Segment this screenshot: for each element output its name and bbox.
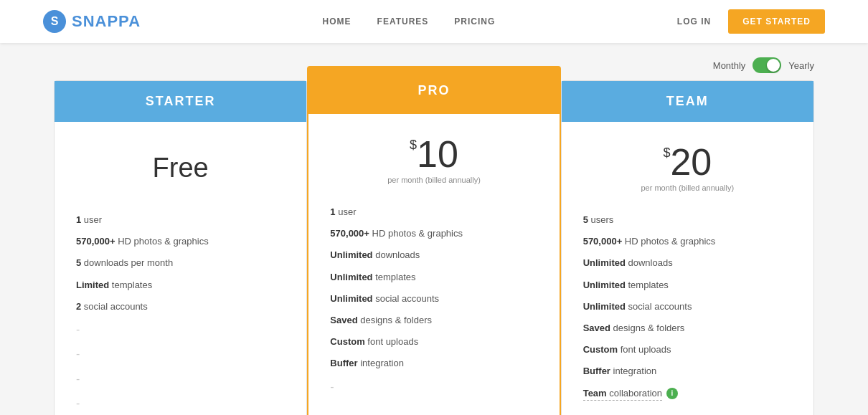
plan-pro: PRO $ 10 per month (billed annually) 1 u… — [307, 66, 560, 415]
pro-features: 1 user 570,000+ HD photos & graphics Unl… — [330, 206, 537, 395]
list-item: 5 users — [583, 214, 792, 226]
logo-text: SNAPPA — [72, 12, 141, 31]
nav-features[interactable]: FEATURES — [377, 16, 429, 27]
starter-title: STARTER — [67, 94, 293, 109]
nav-home[interactable]: HOME — [323, 16, 352, 27]
yearly-label: Yearly — [788, 60, 814, 71]
pro-number: 10 — [417, 135, 458, 173]
list-item: Buffer integration — [330, 357, 537, 370]
navbar: S SNAPPA HOME FEATURES PRICING LOG IN GE… — [0, 0, 868, 43]
pro-currency: $ — [410, 138, 417, 151]
nav-links: HOME FEATURES PRICING — [323, 16, 496, 27]
starter-body: Free 1 user 570,000+ HD photos & graphic… — [55, 122, 306, 415]
login-link[interactable]: LOG IN — [677, 16, 711, 27]
toggle-thumb — [767, 59, 780, 72]
list-item: 1 user — [76, 214, 285, 226]
list-item: - — [76, 346, 285, 362]
pro-price-amount: $ 10 — [410, 135, 458, 173]
list-item: - — [76, 322, 285, 338]
pro-body: $ 10 per month (billed annually) 1 user … — [308, 114, 559, 415]
team-body: $ 20 per month (billed annually) 5 users… — [562, 122, 813, 415]
team-header: TEAM — [562, 81, 813, 122]
plan-team: TEAM $ 20 per month (billed annually) 5 … — [561, 80, 814, 415]
team-price-amount: $ 20 — [663, 143, 712, 181]
list-item: Unlimited downloads — [583, 257, 792, 269]
team-price: $ 20 per month (billed annually) — [583, 139, 792, 196]
logo-link[interactable]: S SNAPPA — [43, 10, 141, 33]
monthly-label: Monthly — [713, 60, 746, 71]
list-item: - — [76, 396, 285, 411]
starter-features: 1 user 570,000+ HD photos & graphics 5 d… — [76, 214, 285, 412]
starter-price: Free — [76, 139, 285, 196]
list-item: 570,000+ HD photos & graphics — [330, 227, 537, 240]
plan-starter: STARTER Free 1 user 570,000+ HD photos &… — [54, 80, 307, 415]
list-item: Unlimited templates — [330, 271, 537, 284]
pricing-section: Monthly Yearly STARTER Free 1 user 570,0… — [39, 43, 829, 415]
list-item: 570,000+ HD photos & graphics — [76, 235, 285, 248]
starter-price-free: Free — [153, 153, 209, 183]
list-item: Custom font uploads — [583, 343, 792, 356]
pro-price: $ 10 per month (billed annually) — [330, 131, 537, 189]
team-period: per month (billed annually) — [641, 183, 735, 192]
list-item: Limited templates — [76, 279, 285, 292]
list-item: Saved designs & folders — [330, 314, 537, 327]
starter-header: STARTER — [55, 81, 306, 122]
pro-title: PRO — [321, 83, 546, 98]
list-item: Buffer integration — [583, 365, 792, 378]
list-item: - — [76, 371, 285, 387]
list-item: Saved designs & folders — [583, 322, 792, 335]
list-item: 570,000+ HD photos & graphics — [583, 235, 792, 248]
team-number: 20 — [670, 143, 712, 181]
list-item: Unlimited templates — [583, 279, 792, 292]
list-item: - — [330, 379, 537, 395]
billing-toggle-track[interactable] — [753, 57, 781, 73]
list-item: 5 downloads per month — [76, 257, 285, 269]
team-features: 5 users 570,000+ HD photos & graphics Un… — [583, 214, 792, 401]
list-item: Unlimited social accounts — [330, 292, 537, 305]
nav-actions: LOG IN GET STARTED — [677, 9, 825, 34]
get-started-button[interactable]: GET STARTED — [728, 9, 825, 34]
team-collaboration-item: Team collaboration i — [583, 387, 792, 401]
logo-icon: S — [43, 10, 66, 33]
list-item: 2 social accounts — [76, 300, 285, 313]
team-title: TEAM — [575, 94, 801, 109]
list-item: 1 user — [330, 206, 537, 219]
pro-period: per month (billed annually) — [387, 176, 481, 184]
info-icon[interactable]: i — [666, 388, 678, 399]
team-collaboration-label: Team collaboration — [583, 387, 662, 401]
list-item: Unlimited social accounts — [583, 300, 792, 313]
team-collab-container: Team collaboration i — [583, 387, 792, 401]
list-item: Custom font uploads — [330, 335, 537, 348]
plans-grid: STARTER Free 1 user 570,000+ HD photos &… — [54, 80, 814, 415]
nav-pricing[interactable]: PRICING — [454, 16, 495, 27]
pro-header: PRO — [308, 67, 559, 114]
team-currency: $ — [663, 146, 670, 159]
list-item: Unlimited downloads — [330, 249, 537, 262]
